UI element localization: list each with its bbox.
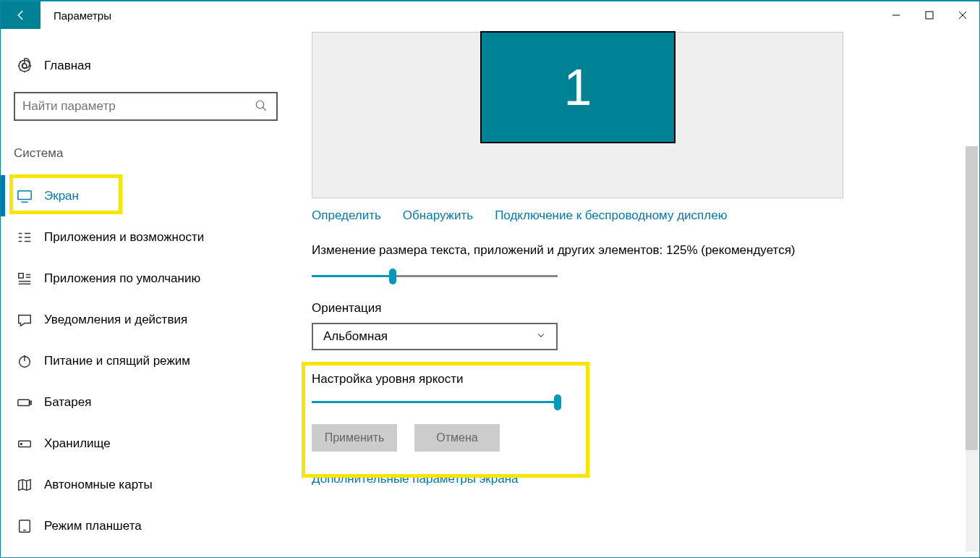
slider-thumb[interactable] — [389, 269, 396, 284]
svg-rect-1 — [926, 12, 933, 19]
sidebar: Главная Система Экран Приложения и возмо… — [1, 29, 286, 558]
svg-line-7 — [263, 107, 266, 111]
sidebar-item-label: Хранилище — [44, 436, 111, 451]
sidebar-item-label: Приложения по умолчанию — [44, 271, 200, 286]
orientation-label: Ориентация — [312, 301, 979, 316]
display-arrangement-canvas[interactable]: 1 — [312, 32, 843, 198]
slider-fill — [312, 401, 558, 403]
svg-rect-8 — [18, 190, 31, 199]
arrow-left-icon — [14, 9, 27, 22]
sidebar-item-label: Экран — [44, 189, 79, 203]
orientation-value: Альбомная — [323, 329, 388, 344]
minimize-button[interactable] — [879, 1, 913, 29]
sidebar-item-battery[interactable]: Батарея — [12, 381, 286, 423]
gear-icon — [17, 58, 33, 74]
svg-rect-23 — [18, 400, 30, 405]
svg-point-5 — [22, 64, 27, 68]
sidebar-item-offline-maps[interactable]: Автономные карты — [12, 464, 286, 505]
sidebar-item-notifications[interactable]: Уведомления и действия — [12, 299, 286, 340]
apply-button[interactable]: Применить — [312, 424, 397, 452]
search-box[interactable] — [14, 92, 278, 121]
search-input[interactable] — [22, 99, 269, 114]
default-apps-icon — [17, 271, 33, 287]
titlebar: Параметры — [1, 1, 979, 29]
sidebar-home[interactable]: Главная — [12, 51, 286, 81]
cancel-button[interactable]: Отмена — [414, 424, 500, 452]
svg-point-26 — [21, 443, 22, 444]
sidebar-item-label: Питание и спящий режим — [44, 354, 190, 368]
advanced-display-link[interactable]: Дополнительные параметры экрана — [312, 472, 979, 486]
wireless-display-link[interactable]: Подключение к беспроводному дисплею — [495, 208, 727, 223]
sidebar-item-apps-features[interactable]: Приложения и возможности — [12, 216, 286, 258]
window-title: Параметры — [54, 9, 111, 22]
close-button[interactable] — [946, 1, 979, 29]
slider-fill — [312, 275, 393, 277]
tablet-icon — [17, 518, 33, 534]
scale-label: Изменение размера текста, приложений и д… — [312, 243, 979, 258]
sidebar-item-display[interactable]: Экран — [12, 175, 286, 216]
maximize-button[interactable] — [913, 1, 946, 29]
scrollbar-thumb[interactable] — [966, 146, 978, 450]
display-icon — [17, 188, 33, 204]
apps-icon — [17, 229, 33, 245]
slider-thumb[interactable] — [554, 394, 561, 410]
svg-rect-24 — [30, 401, 31, 405]
monitor-1[interactable]: 1 — [480, 31, 676, 143]
svg-point-6 — [256, 101, 264, 109]
storage-icon — [17, 436, 33, 452]
search-icon — [255, 99, 268, 114]
back-button[interactable] — [1, 1, 41, 29]
sidebar-item-label: Режим планшета — [44, 519, 142, 533]
map-icon — [17, 477, 33, 493]
sidebar-item-tablet-mode[interactable]: Режим планшета — [12, 505, 286, 546]
sidebar-item-label: Приложения и возможности — [44, 230, 204, 245]
sidebar-section-header: Система — [12, 139, 286, 168]
sidebar-item-label: Автономные карты — [44, 478, 153, 492]
sidebar-item-default-apps[interactable]: Приложения по умолчанию — [12, 258, 286, 299]
orientation-dropdown[interactable]: Альбомная — [312, 323, 558, 350]
sidebar-item-label: Уведомления и действия — [44, 313, 187, 327]
sidebar-item-label: Батарея — [44, 395, 91, 410]
sidebar-item-power-sleep[interactable]: Питание и спящий режим — [12, 340, 286, 381]
brightness-slider[interactable] — [312, 394, 558, 411]
window-controls — [879, 1, 979, 29]
notifications-icon — [17, 312, 33, 328]
battery-icon — [17, 394, 33, 410]
scale-slider[interactable] — [312, 268, 558, 285]
main-content: 1 Определить Обнаружить Подключение к бе… — [286, 29, 979, 558]
detect-link[interactable]: Обнаружить — [403, 208, 473, 223]
brightness-label: Настройка уровня яркости — [312, 372, 979, 386]
svg-rect-16 — [19, 273, 23, 277]
sidebar-home-label: Главная — [44, 59, 91, 73]
chevron-down-icon — [536, 329, 546, 344]
sidebar-item-storage[interactable]: Хранилище — [12, 423, 286, 464]
identify-link[interactable]: Определить — [312, 208, 381, 223]
power-icon — [17, 353, 33, 369]
